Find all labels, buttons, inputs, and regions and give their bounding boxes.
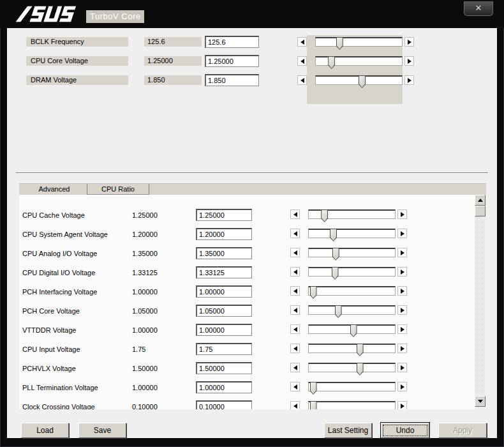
tab-cpu-ratio[interactable]: CPU Ratio xyxy=(87,184,149,195)
slider-thumb[interactable] xyxy=(332,248,339,261)
apply-button[interactable]: Apply xyxy=(438,423,487,438)
arrow-left-icon xyxy=(300,40,304,45)
slider-thumb[interactable] xyxy=(336,37,343,50)
slider-increase-button[interactable] xyxy=(397,209,407,219)
slider-track[interactable] xyxy=(308,344,396,353)
slider-increase-button[interactable] xyxy=(397,305,407,315)
value-input[interactable] xyxy=(205,74,259,86)
advanced-setting-row: CPU Analog I/O Voltage 1.35000 xyxy=(19,244,475,263)
slider-track[interactable] xyxy=(308,248,396,257)
slider-track[interactable] xyxy=(308,401,396,409)
slider-decrease-button[interactable] xyxy=(290,324,300,334)
scrollbar-thumb[interactable] xyxy=(475,206,485,216)
slider-decrease-button[interactable] xyxy=(297,37,307,47)
slider-decrease-button[interactable] xyxy=(290,248,300,257)
tab-advanced[interactable]: Advanced xyxy=(22,184,87,195)
slider-increase-button[interactable] xyxy=(397,344,407,353)
slider-track[interactable] xyxy=(308,229,396,238)
slider-increase-button[interactable] xyxy=(397,363,407,372)
setting-value: 1.75 xyxy=(132,340,145,359)
setting-value: 1.50000 xyxy=(132,359,158,378)
save-button[interactable]: Save xyxy=(78,423,126,438)
slider-thumb[interactable] xyxy=(332,267,339,280)
slider-track[interactable] xyxy=(315,37,403,47)
scroll-down-button[interactable] xyxy=(475,396,485,407)
title-bar: TurboV Core ✕ xyxy=(0,0,504,28)
slider-increase-button[interactable] xyxy=(404,56,414,66)
setting-value: 1.35000 xyxy=(132,244,158,263)
load-button[interactable]: Load xyxy=(21,423,69,438)
value-input[interactable] xyxy=(205,36,259,48)
slider-increase-button[interactable] xyxy=(397,382,407,391)
undo-button[interactable]: Undo xyxy=(381,423,429,438)
slider-decrease-button[interactable] xyxy=(290,229,300,238)
slider-increase-button[interactable] xyxy=(397,229,407,238)
slider-decrease-button[interactable] xyxy=(290,286,300,296)
arrow-right-icon xyxy=(401,212,404,217)
slider-increase-button[interactable] xyxy=(404,75,414,85)
value-input[interactable] xyxy=(196,343,252,355)
slider-thumb[interactable] xyxy=(310,382,317,395)
value-input[interactable] xyxy=(196,362,252,374)
slider-decrease-button[interactable] xyxy=(290,209,300,219)
slider-increase-button[interactable] xyxy=(397,286,407,296)
setting-value: 1.25000 xyxy=(132,206,158,225)
slider-thumb[interactable] xyxy=(310,286,317,299)
slider-thumb[interactable] xyxy=(321,209,328,222)
value-input[interactable] xyxy=(196,266,252,278)
close-button[interactable]: ✕ xyxy=(464,1,493,16)
slider-decrease-button[interactable] xyxy=(290,401,300,409)
arrow-left-icon xyxy=(293,250,297,255)
setting-label: PCHVLX Voltage xyxy=(22,359,76,378)
advanced-setting-row: PLL Termination Voltage 1.00000 xyxy=(19,378,475,397)
slider-track[interactable] xyxy=(308,267,396,277)
slider-thumb[interactable] xyxy=(310,401,317,409)
slider-track[interactable] xyxy=(308,363,396,372)
arrow-right-icon xyxy=(401,365,404,370)
slider-decrease-button[interactable] xyxy=(297,56,307,66)
value-input[interactable] xyxy=(196,305,252,317)
slider-decrease-button[interactable] xyxy=(290,363,300,372)
slider-thumb[interactable] xyxy=(328,56,335,69)
value-input[interactable] xyxy=(196,381,252,393)
slider-thumb[interactable] xyxy=(350,324,357,337)
setting-value: 1.00000 xyxy=(132,282,158,301)
slider-increase-button[interactable] xyxy=(397,267,407,277)
slider-thumb[interactable] xyxy=(357,344,364,356)
slider-increase-button[interactable] xyxy=(404,37,414,47)
setting-label: CPU System Agent Voltage xyxy=(22,225,108,244)
value-input[interactable] xyxy=(196,324,252,336)
arrow-right-icon xyxy=(401,346,404,351)
value-slider xyxy=(290,400,408,409)
value-input[interactable] xyxy=(196,400,252,409)
last-setting-button[interactable]: Last Setting xyxy=(324,423,372,438)
slider-decrease-button[interactable] xyxy=(290,267,300,277)
slider-increase-button[interactable] xyxy=(397,248,407,257)
slider-decrease-button[interactable] xyxy=(290,344,300,353)
value-slider xyxy=(297,74,415,88)
slider-track[interactable] xyxy=(308,305,396,315)
slider-thumb[interactable] xyxy=(330,229,337,241)
top-control-row: CPU Core Voltage 1.25000 xyxy=(26,55,479,69)
slider-increase-button[interactable] xyxy=(397,324,407,334)
value-input[interactable] xyxy=(196,228,252,240)
scroll-up-button[interactable] xyxy=(475,195,485,206)
value-input[interactable] xyxy=(205,55,259,67)
arrow-down-icon xyxy=(478,400,483,403)
slider-thumb[interactable] xyxy=(357,363,364,375)
tab-strip: Advanced CPU Ratio xyxy=(19,183,486,195)
setting-label: CPU Analog I/O Voltage xyxy=(22,244,97,263)
slider-decrease-button[interactable] xyxy=(290,305,300,315)
arrow-up-icon xyxy=(478,199,483,202)
slider-decrease-button[interactable] xyxy=(297,75,307,85)
slider-increase-button[interactable] xyxy=(397,401,407,409)
value-input[interactable] xyxy=(196,285,252,298)
vertical-scrollbar[interactable] xyxy=(475,195,485,407)
slider-thumb[interactable] xyxy=(335,305,342,318)
slider-track[interactable] xyxy=(308,382,396,391)
value-input[interactable] xyxy=(196,247,252,259)
slider-track[interactable] xyxy=(308,286,396,296)
slider-decrease-button[interactable] xyxy=(290,382,300,391)
value-input[interactable] xyxy=(196,209,252,221)
slider-thumb[interactable] xyxy=(359,75,366,88)
